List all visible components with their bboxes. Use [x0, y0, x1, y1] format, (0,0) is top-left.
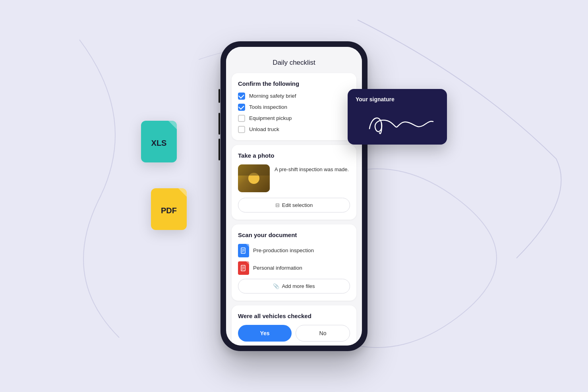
vehicles-title: Were all vehicles checked	[238, 313, 350, 319]
scan-title: Scan your document	[238, 232, 350, 238]
edit-selection-label: Edit selection	[282, 202, 313, 208]
xls-file-icon: XLS	[141, 121, 177, 162]
photo-caption: A pre-shift inspection was made.	[275, 164, 349, 173]
checklist-label-4: Unload truck	[249, 126, 279, 132]
checkbox-1[interactable]	[238, 93, 245, 100]
checklist-card: Confirm the following Morning safety bri…	[232, 73, 356, 140]
screen-title: Daily checklist	[226, 47, 362, 73]
checklist-item-3[interactable]: Equipment pickup	[238, 115, 350, 122]
checklist-item-2[interactable]: Tools inspection	[238, 104, 350, 111]
power-button	[219, 89, 220, 103]
phone-mockup: Daily checklist Confirm the following Mo…	[220, 41, 368, 351]
scan-doc-icon-2	[238, 261, 249, 275]
photo-thumbnail	[238, 164, 270, 192]
checklist-item-4[interactable]: Unload truck	[238, 126, 350, 133]
volume-down-button	[219, 139, 220, 160]
checkbox-3[interactable]	[238, 115, 245, 122]
scan-item-2: Personal information	[238, 261, 350, 275]
no-button[interactable]: No	[296, 325, 350, 342]
signature-card: Your signature	[348, 89, 447, 145]
yes-button[interactable]: Yes	[238, 325, 292, 342]
checklist-label-3: Equipment pickup	[249, 115, 292, 121]
pdf-file-icon: PDF	[151, 188, 187, 230]
checkbox-4[interactable]	[238, 126, 245, 133]
photo-title: Take a photo	[238, 152, 350, 159]
attachment-icon: 📎	[273, 283, 279, 289]
volume-up-button	[219, 113, 220, 135]
scan-label-2: Personal information	[253, 265, 302, 271]
signature-drawing	[356, 108, 439, 136]
scan-doc-icon-1	[238, 244, 249, 257]
xls-label: XLS	[151, 139, 167, 148]
scan-label-1: Pre-production inspection	[253, 247, 314, 253]
scan-card: Scan your document Pre-productio	[232, 224, 356, 301]
add-files-label: Add more files	[282, 283, 315, 289]
checklist-label-1: Morning safety brief	[249, 93, 296, 99]
pdf-label: PDF	[161, 206, 177, 215]
add-more-files-button[interactable]: 📎 Add more files	[238, 279, 350, 294]
checklist-label-2: Tools inspection	[249, 104, 287, 110]
photo-card: Take a photo A pre-shift inspection was …	[232, 145, 356, 220]
checklist-title: Confirm the following	[238, 80, 350, 87]
edit-selection-button[interactable]: ⊟ Edit selection	[238, 198, 350, 212]
checkbox-2[interactable]	[238, 104, 245, 111]
edit-icon: ⊟	[275, 202, 280, 208]
checklist-item-1[interactable]: Morning safety brief	[238, 93, 350, 100]
scan-item-1: Pre-production inspection	[238, 244, 350, 257]
vehicles-card: Were all vehicles checked Yes No	[232, 305, 356, 346]
signature-label: Your signature	[356, 96, 439, 102]
